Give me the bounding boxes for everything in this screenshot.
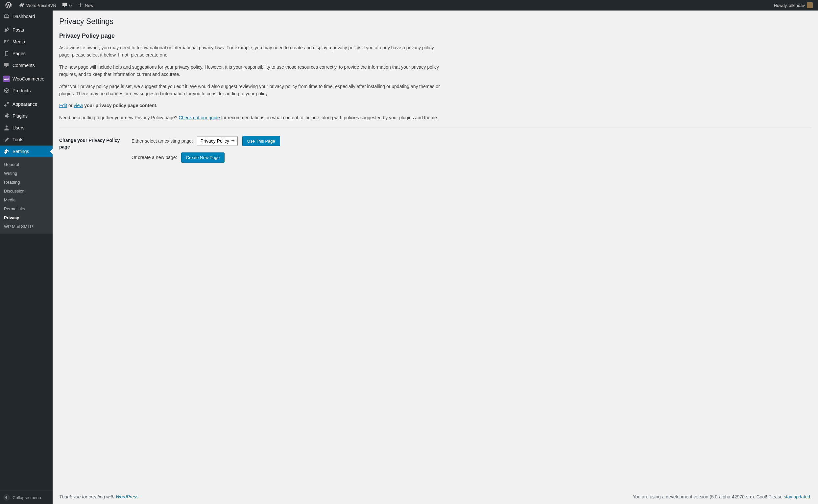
intro-p1: As a website owner, you may need to foll…	[59, 44, 441, 59]
menu-pages[interactable]: Pages	[0, 48, 53, 59]
menu-label: Users	[12, 125, 25, 130]
tools-icon	[3, 136, 10, 143]
section-title: Privacy Policy page	[59, 33, 811, 39]
submenu-discussion[interactable]: Discussion	[0, 187, 53, 195]
site-name-label: WordPressSVN	[26, 3, 56, 8]
menu-appearance[interactable]: Appearance	[0, 98, 53, 110]
menu-label: Plugins	[12, 113, 28, 119]
wordpress-logo-icon	[5, 2, 12, 9]
collapse-label: Collapse menu	[12, 495, 41, 500]
products-icon	[3, 87, 10, 94]
submenu-general[interactable]: General	[0, 160, 53, 169]
menu-media[interactable]: Media	[0, 36, 53, 48]
collapse-menu[interactable]: Collapse menu	[0, 491, 53, 504]
admin-sidebar: Dashboard Posts Media Pages Comments Woo…	[0, 11, 53, 504]
menu-label: Media	[12, 39, 25, 44]
dashboard-icon	[3, 13, 10, 20]
plus-icon	[77, 2, 83, 9]
page-title: Privacy Settings	[59, 17, 811, 26]
submenu-reading[interactable]: Reading	[0, 178, 53, 187]
menu-comments[interactable]: Comments	[0, 59, 53, 71]
comment-icon	[61, 2, 68, 9]
create-page-button[interactable]: Create New Page	[181, 152, 225, 162]
new-content-menu[interactable]: New	[74, 0, 96, 11]
edit-view-line: Edit or view your privacy policy page co…	[59, 102, 441, 109]
wp-logo-menu[interactable]	[3, 0, 16, 11]
menu-label: Dashboard	[12, 14, 35, 19]
posts-icon	[3, 27, 10, 33]
user-avatar	[807, 2, 813, 8]
home-icon	[18, 2, 25, 9]
main-content: Privacy Settings Privacy Policy page As …	[53, 11, 818, 504]
submenu-media[interactable]: Media	[0, 195, 53, 204]
menu-users[interactable]: Users	[0, 122, 53, 134]
divider	[59, 127, 811, 127]
submenu-permalinks[interactable]: Permalinks	[0, 204, 53, 213]
comments-count: 0	[69, 3, 72, 8]
footer-version: You are using a development version (5.0…	[633, 494, 811, 499]
admin-toolbar: WordPressSVN 0 New Howdy, allendav	[0, 0, 818, 11]
menu-posts[interactable]: Posts	[0, 24, 53, 36]
menu-dashboard[interactable]: Dashboard	[0, 11, 53, 22]
my-account-menu[interactable]: Howdy, allendav	[771, 0, 815, 11]
admin-footer: Thank you for creating with WordPress. Y…	[59, 494, 811, 499]
menu-settings[interactable]: Settings	[0, 146, 53, 157]
appearance-icon	[3, 101, 10, 107]
stay-updated-link[interactable]: stay updated	[784, 494, 810, 499]
collapse-icon	[3, 494, 10, 501]
menu-label: Posts	[12, 27, 24, 33]
create-label: Or create a new page:	[131, 155, 177, 160]
select-label: Either select an existing page:	[131, 138, 193, 144]
users-icon	[3, 125, 10, 131]
page-select[interactable]: Privacy Policy	[197, 136, 238, 146]
edit-link[interactable]: Edit	[59, 103, 67, 108]
wordpress-link[interactable]: WordPress	[116, 494, 138, 499]
howdy-text: Howdy, allendav	[774, 3, 805, 8]
use-page-button[interactable]: Use This Page	[242, 136, 280, 146]
settings-submenu: General Writing Reading Discussion Media…	[0, 157, 53, 234]
guide-line: Need help putting together your new Priv…	[59, 114, 441, 121]
site-name-menu[interactable]: WordPressSVN	[16, 0, 59, 11]
footer-thanks: Thank you for creating with WordPress.	[59, 494, 140, 499]
submenu-privacy[interactable]: Privacy	[0, 213, 53, 222]
intro-p2: The new page will include help and sugge…	[59, 63, 441, 78]
privacy-form: Change your Privacy Policy page Either s…	[59, 135, 811, 170]
menu-label: Tools	[12, 137, 23, 142]
toolbar-right: Howdy, allendav	[771, 0, 815, 11]
settings-icon	[3, 148, 10, 155]
menu-label: Products	[12, 88, 31, 93]
menu-label: Appearance	[12, 102, 37, 107]
menu-products[interactable]: Products	[0, 85, 53, 97]
view-link[interactable]: view	[74, 103, 83, 108]
comments-menu[interactable]: 0	[59, 0, 74, 11]
menu-label: WooCommerce	[12, 76, 44, 81]
intro-p3: After your privacy policy page is set, w…	[59, 83, 441, 98]
form-fields: Either select an existing page: Privacy …	[131, 135, 811, 170]
pages-icon	[3, 50, 10, 57]
menu-label: Settings	[12, 149, 29, 154]
new-label: New	[85, 3, 93, 8]
comments-icon	[3, 62, 10, 69]
toolbar-left: WordPressSVN 0 New	[3, 0, 96, 11]
guide-link[interactable]: Check out our guide	[178, 115, 220, 120]
menu-woocommerce[interactable]: Woo WooCommerce	[0, 73, 53, 85]
menu-label: Comments	[12, 63, 35, 68]
submenu-wp-mail-smtp[interactable]: WP Mail SMTP	[0, 222, 53, 231]
submenu-writing[interactable]: Writing	[0, 169, 53, 178]
media-icon	[3, 38, 10, 45]
plugins-icon	[3, 113, 10, 119]
menu-label: Pages	[12, 51, 26, 56]
menu-tools[interactable]: Tools	[0, 134, 53, 146]
woo-icon: Woo	[3, 76, 10, 82]
menu-plugins[interactable]: Plugins	[0, 110, 53, 122]
form-label: Change your Privacy Policy page	[59, 135, 131, 170]
